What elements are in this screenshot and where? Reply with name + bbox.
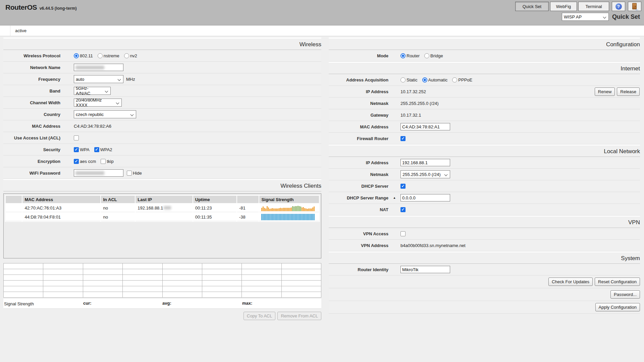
protocol-nv2-radio[interactable] (124, 53, 129, 58)
nat-checkbox[interactable] (400, 207, 406, 212)
acq-automatic-radio[interactable] (422, 77, 427, 82)
dhcp-range-label: DHCP Server Range (329, 195, 388, 200)
configuration-column: Configuration Mode Router Bridge Interne… (329, 38, 640, 314)
help-icon: ? (615, 3, 622, 10)
brand: RouterOS v6.44.5 (long-term) (5, 3, 77, 11)
system-buttons-row-1: Check For Updates Reset Configuration (329, 276, 640, 288)
wireless-clients-table: MAC Address In ACL Last IP Uptime Signal… (5, 195, 320, 222)
wireless-clients-box: MAC Address In ACL Last IP Uptime Signal… (3, 193, 321, 258)
client-uptime: 00:11:23 (193, 204, 236, 212)
lan-netmask-row: Netmask 255.255.255.0 (/24) (329, 169, 640, 180)
mode-router-radio[interactable] (400, 53, 406, 58)
client-inacl: no (101, 213, 135, 221)
redacted-value (75, 171, 104, 175)
remove-from-acl-button[interactable]: Remove From ACL (277, 312, 321, 320)
client-row[interactable]: 42:70:AC:76:01:A3 no 192.168.88.1 00:11:… (6, 204, 319, 212)
mac-address-value: C4:AD:34:78:82:A6 (74, 124, 111, 129)
col-lastip: Last IP (136, 196, 192, 203)
stats-grid-row (4, 281, 321, 286)
acq-static-radio[interactable] (400, 77, 406, 82)
channel-width-select[interactable]: 20/40/80MHz XXXX (74, 99, 122, 107)
collapse-up-icon[interactable]: ▲ (393, 196, 396, 199)
band-row: Band 5GHz-A/N/AC (3, 85, 321, 97)
firewall-router-row: Firewall Router (329, 133, 640, 144)
country-select[interactable]: czech republic (74, 110, 136, 118)
band-select[interactable]: 5GHz-A/N/AC (74, 87, 111, 95)
tab-bar: active (0, 25, 644, 36)
internet-section-title: Internet (329, 63, 640, 74)
dhcp-server-checkbox[interactable] (400, 184, 406, 189)
lan-netmask-select[interactable]: 255.255.255.0 (/24) (400, 170, 450, 178)
network-name-input[interactable] (74, 64, 123, 71)
encryption-label: Encryption (3, 159, 60, 164)
reset-configuration-button[interactable]: Reset Configuration (595, 278, 640, 286)
vpn-access-checkbox[interactable] (400, 231, 406, 236)
firewall-router-checkbox[interactable] (400, 136, 406, 141)
lan-ip-input[interactable] (400, 159, 450, 166)
password-button[interactable]: Password... (610, 290, 640, 299)
wireless-clients-section-title: Wireless Clients (3, 180, 321, 191)
wan-mac-row: MAC Address (329, 121, 640, 133)
system-buttons-row-3: Apply Configuration (329, 301, 640, 314)
top-nav: Quick Set WebFig Terminal ? ← (515, 2, 641, 11)
nav-webfig-button[interactable]: WebFig (550, 2, 577, 11)
wan-mac-input[interactable] (400, 123, 450, 130)
client-signal-dbm: -38 (237, 213, 259, 221)
client-mac: 44:D8:78:04:F8:01 (22, 213, 100, 221)
channel-width-label: Channel Width (3, 100, 60, 105)
preset-select[interactable]: WISP AP (562, 13, 609, 21)
nav-quick-set-button[interactable]: Quick Set (515, 2, 549, 11)
col-inacl: In ACL (101, 196, 135, 203)
wifi-password-input[interactable] (74, 169, 123, 177)
router-identity-input[interactable] (400, 266, 450, 273)
tab-active[interactable]: active (10, 25, 31, 36)
protocol-nstreme-radio[interactable] (98, 53, 103, 58)
acq-pppoe-radio[interactable] (452, 77, 457, 82)
mode-bridge-radio[interactable] (424, 53, 429, 58)
country-label: Country (3, 112, 60, 117)
stats-grid-row (4, 286, 321, 292)
renew-button[interactable]: Renew (595, 87, 615, 96)
lan-ip-label: IP Address (329, 160, 388, 165)
col-select (6, 196, 22, 203)
frequency-label: Frequency (3, 77, 60, 82)
encryption-tkip-checkbox[interactable] (101, 159, 106, 164)
redacted-value (164, 206, 171, 209)
gateway-value: 10.17.32.1 (400, 113, 421, 118)
encryption-row: Encryption aes ccm tkip (3, 156, 321, 167)
logout-button[interactable]: ← (628, 2, 641, 11)
nav-terminal-button[interactable]: Terminal (578, 2, 609, 11)
help-button[interactable]: ? (612, 2, 625, 11)
use-acl-checkbox[interactable] (74, 135, 79, 140)
max-label: max: (242, 301, 252, 306)
security-wpa-checkbox[interactable] (74, 147, 79, 152)
security-wpa2-checkbox[interactable] (94, 147, 99, 152)
frequency-row: Frequency auto MHz (3, 73, 321, 85)
release-button[interactable]: Release (617, 87, 640, 96)
redacted-value (75, 66, 104, 69)
protocol-80211-radio[interactable] (74, 53, 79, 58)
hide-password-checkbox[interactable] (127, 171, 132, 176)
mode-row: Mode Router Bridge (329, 50, 640, 62)
mode-label: Mode (329, 53, 388, 58)
dhcp-range-input[interactable] (400, 194, 450, 201)
client-row[interactable]: 44:D8:78:04:F8:01 no 00:11:35 -38 (6, 213, 319, 221)
wan-ip-row: IP Address 10.17.32.252 Renew Release (329, 86, 640, 98)
router-identity-row: Router Identity (329, 264, 640, 276)
lan-ip-row: IP Address (329, 157, 640, 169)
cur-label: cur: (83, 301, 92, 306)
signal-footer: Signal Strength cur: avg: max: (3, 299, 321, 309)
apply-configuration-button[interactable]: Apply Configuration (595, 303, 640, 311)
dhcp-server-row: DHCP Server (329, 180, 640, 192)
encryption-aes-checkbox[interactable] (74, 159, 79, 164)
check-for-updates-button[interactable]: Check For Updates (548, 278, 593, 286)
firewall-router-label: Firewall Router (329, 136, 388, 141)
vpn-address-row: VPN Address b4a00b00fd33.sn.mynetname.ne… (329, 240, 640, 251)
local-network-section-title: Local Network (329, 145, 640, 157)
vpn-address-label: VPN Address (329, 243, 388, 248)
copy-to-acl-button[interactable]: Copy To ACL (244, 312, 276, 320)
signal-stats-grid (3, 263, 321, 298)
use-acl-row: Use Access List (ACL) (3, 132, 321, 144)
gateway-label: Gateway (329, 113, 388, 118)
frequency-select[interactable]: auto (74, 75, 123, 83)
